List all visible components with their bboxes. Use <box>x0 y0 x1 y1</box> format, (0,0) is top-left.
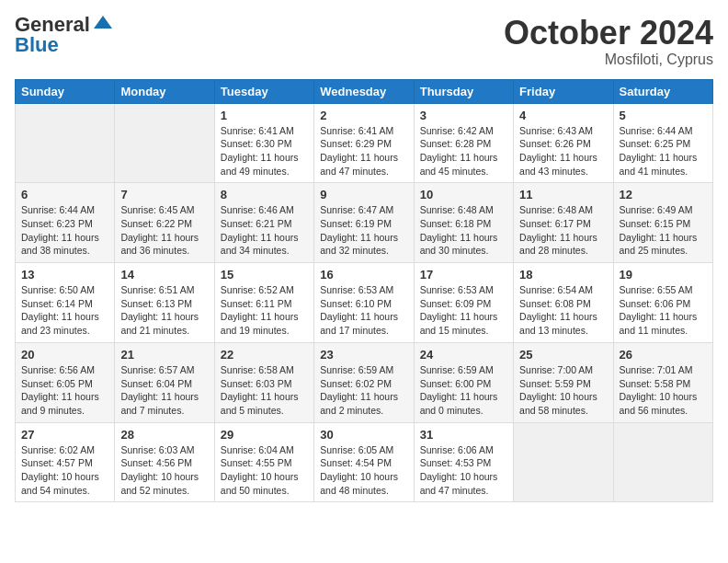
day-number: 3 <box>420 109 507 122</box>
day-number: 4 <box>519 109 607 122</box>
day-number: 6 <box>21 188 108 201</box>
day-number: 1 <box>221 109 308 122</box>
calendar-cell <box>16 103 115 183</box>
calendar-cell: 7Sunrise: 6:45 AM Sunset: 6:22 PM Daylig… <box>115 183 214 263</box>
calendar-cell: 19Sunrise: 6:55 AM Sunset: 6:06 PM Dayli… <box>613 263 712 343</box>
day-number: 30 <box>320 428 407 442</box>
day-number: 12 <box>620 188 707 201</box>
logo-blue-text: Blue <box>15 35 59 55</box>
calendar-cell: 17Sunrise: 6:53 AM Sunset: 6:09 PM Dayli… <box>414 263 513 343</box>
day-info: Sunrise: 6:44 AM Sunset: 6:25 PM Dayligh… <box>620 124 707 178</box>
weekday-header-monday: Monday <box>115 79 214 103</box>
weekday-header-row: SundayMondayTuesdayWednesdayThursdayFrid… <box>16 79 713 103</box>
day-info: Sunrise: 6:50 AM Sunset: 6:14 PM Dayligh… <box>21 283 108 338</box>
day-info: Sunrise: 6:59 AM Sunset: 6:02 PM Dayligh… <box>320 363 407 418</box>
day-number: 5 <box>620 109 707 122</box>
day-info: Sunrise: 6:41 AM Sunset: 6:30 PM Dayligh… <box>221 124 308 178</box>
day-info: Sunrise: 6:06 AM Sunset: 4:53 PM Dayligh… <box>420 443 507 498</box>
day-number: 31 <box>420 428 507 442</box>
calendar-cell: 2Sunrise: 6:41 AM Sunset: 6:29 PM Daylig… <box>314 103 414 183</box>
day-info: Sunrise: 6:42 AM Sunset: 6:28 PM Dayligh… <box>420 124 507 178</box>
day-number: 14 <box>120 268 208 282</box>
day-info: Sunrise: 6:45 AM Sunset: 6:22 PM Dayligh… <box>120 203 208 258</box>
day-info: Sunrise: 6:49 AM Sunset: 6:15 PM Dayligh… <box>620 203 707 258</box>
day-number: 7 <box>120 188 208 201</box>
day-info: Sunrise: 6:44 AM Sunset: 6:23 PM Dayligh… <box>21 203 108 258</box>
calendar-cell: 14Sunrise: 6:51 AM Sunset: 6:13 PM Dayli… <box>115 263 214 343</box>
week-row-5: 27Sunrise: 6:02 AM Sunset: 4:57 PM Dayli… <box>16 422 713 502</box>
header: General Blue October 2024 Mosfiloti, Cyp… <box>15 15 713 68</box>
day-info: Sunrise: 7:00 AM Sunset: 5:59 PM Dayligh… <box>519 363 607 418</box>
week-row-4: 20Sunrise: 6:56 AM Sunset: 6:05 PM Dayli… <box>16 342 713 422</box>
day-info: Sunrise: 6:53 AM Sunset: 6:09 PM Dayligh… <box>420 283 507 338</box>
calendar-cell: 4Sunrise: 6:43 AM Sunset: 6:26 PM Daylig… <box>514 103 613 183</box>
calendar-cell: 21Sunrise: 6:57 AM Sunset: 6:04 PM Dayli… <box>115 342 214 422</box>
calendar-cell: 26Sunrise: 7:01 AM Sunset: 5:58 PM Dayli… <box>613 342 712 422</box>
day-number: 2 <box>320 109 407 122</box>
location-subtitle: Mosfiloti, Cyprus <box>504 52 713 68</box>
calendar-cell <box>115 103 214 183</box>
calendar-cell: 8Sunrise: 6:46 AM Sunset: 6:21 PM Daylig… <box>214 183 313 263</box>
calendar-cell: 24Sunrise: 6:59 AM Sunset: 6:00 PM Dayli… <box>414 342 513 422</box>
calendar-cell: 1Sunrise: 6:41 AM Sunset: 6:30 PM Daylig… <box>214 103 313 183</box>
day-number: 10 <box>420 188 507 201</box>
calendar-cell: 29Sunrise: 6:04 AM Sunset: 4:55 PM Dayli… <box>214 422 313 502</box>
day-info: Sunrise: 6:48 AM Sunset: 6:17 PM Dayligh… <box>519 203 607 258</box>
day-info: Sunrise: 6:51 AM Sunset: 6:13 PM Dayligh… <box>120 283 208 338</box>
calendar-cell: 13Sunrise: 6:50 AM Sunset: 6:14 PM Dayli… <box>16 263 115 343</box>
week-row-3: 13Sunrise: 6:50 AM Sunset: 6:14 PM Dayli… <box>16 263 713 343</box>
calendar-cell: 22Sunrise: 6:58 AM Sunset: 6:03 PM Dayli… <box>214 342 313 422</box>
title-section: October 2024 Mosfiloti, Cyprus <box>504 15 713 68</box>
day-info: Sunrise: 7:01 AM Sunset: 5:58 PM Dayligh… <box>620 363 707 418</box>
day-number: 28 <box>120 428 208 442</box>
day-number: 18 <box>519 268 607 282</box>
calendar-cell: 31Sunrise: 6:06 AM Sunset: 4:53 PM Dayli… <box>414 422 513 502</box>
day-number: 29 <box>221 428 308 442</box>
calendar-cell: 10Sunrise: 6:48 AM Sunset: 6:18 PM Dayli… <box>414 183 513 263</box>
weekday-header-wednesday: Wednesday <box>314 79 414 103</box>
day-number: 23 <box>320 348 407 362</box>
calendar-table: SundayMondayTuesdayWednesdayThursdayFrid… <box>15 79 713 503</box>
day-info: Sunrise: 6:03 AM Sunset: 4:56 PM Dayligh… <box>120 443 208 498</box>
weekday-header-sunday: Sunday <box>16 79 115 103</box>
weekday-header-friday: Friday <box>514 79 613 103</box>
day-number: 19 <box>620 268 707 282</box>
day-number: 16 <box>320 268 407 282</box>
weekday-header-thursday: Thursday <box>414 79 513 103</box>
calendar-cell: 28Sunrise: 6:03 AM Sunset: 4:56 PM Dayli… <box>115 422 214 502</box>
calendar-cell: 9Sunrise: 6:47 AM Sunset: 6:19 PM Daylig… <box>314 183 414 263</box>
calendar-cell: 6Sunrise: 6:44 AM Sunset: 6:23 PM Daylig… <box>16 183 115 263</box>
calendar-cell: 3Sunrise: 6:42 AM Sunset: 6:28 PM Daylig… <box>414 103 513 183</box>
calendar-cell: 16Sunrise: 6:53 AM Sunset: 6:10 PM Dayli… <box>314 263 414 343</box>
day-number: 11 <box>519 188 607 201</box>
logo: General Blue <box>15 15 112 55</box>
day-info: Sunrise: 6:53 AM Sunset: 6:10 PM Dayligh… <box>320 283 407 338</box>
day-number: 25 <box>519 348 607 362</box>
calendar-cell <box>514 422 613 502</box>
day-number: 15 <box>221 268 308 282</box>
day-number: 26 <box>620 348 707 362</box>
calendar-cell: 20Sunrise: 6:56 AM Sunset: 6:05 PM Dayli… <box>16 342 115 422</box>
week-row-1: 1Sunrise: 6:41 AM Sunset: 6:30 PM Daylig… <box>16 103 713 183</box>
weekday-header-saturday: Saturday <box>613 79 712 103</box>
calendar-cell: 30Sunrise: 6:05 AM Sunset: 4:54 PM Dayli… <box>314 422 414 502</box>
day-info: Sunrise: 6:48 AM Sunset: 6:18 PM Dayligh… <box>420 203 507 258</box>
day-info: Sunrise: 6:52 AM Sunset: 6:11 PM Dayligh… <box>221 283 308 338</box>
month-title: October 2024 <box>504 15 713 52</box>
calendar-cell: 27Sunrise: 6:02 AM Sunset: 4:57 PM Dayli… <box>16 422 115 502</box>
calendar-cell: 23Sunrise: 6:59 AM Sunset: 6:02 PM Dayli… <box>314 342 414 422</box>
day-info: Sunrise: 6:43 AM Sunset: 6:26 PM Dayligh… <box>519 124 607 178</box>
day-info: Sunrise: 6:58 AM Sunset: 6:03 PM Dayligh… <box>221 363 308 418</box>
logo-general-text: General <box>15 15 90 35</box>
calendar-cell: 18Sunrise: 6:54 AM Sunset: 6:08 PM Dayli… <box>514 263 613 343</box>
week-row-2: 6Sunrise: 6:44 AM Sunset: 6:23 PM Daylig… <box>16 183 713 263</box>
day-info: Sunrise: 6:04 AM Sunset: 4:55 PM Dayligh… <box>221 443 308 498</box>
day-info: Sunrise: 6:55 AM Sunset: 6:06 PM Dayligh… <box>620 283 707 338</box>
day-number: 24 <box>420 348 507 362</box>
day-info: Sunrise: 6:59 AM Sunset: 6:00 PM Dayligh… <box>420 363 507 418</box>
calendar-cell <box>613 422 712 502</box>
day-number: 21 <box>120 348 208 362</box>
day-info: Sunrise: 6:54 AM Sunset: 6:08 PM Dayligh… <box>519 283 607 338</box>
day-number: 8 <box>221 188 308 201</box>
day-info: Sunrise: 6:41 AM Sunset: 6:29 PM Dayligh… <box>320 124 407 178</box>
